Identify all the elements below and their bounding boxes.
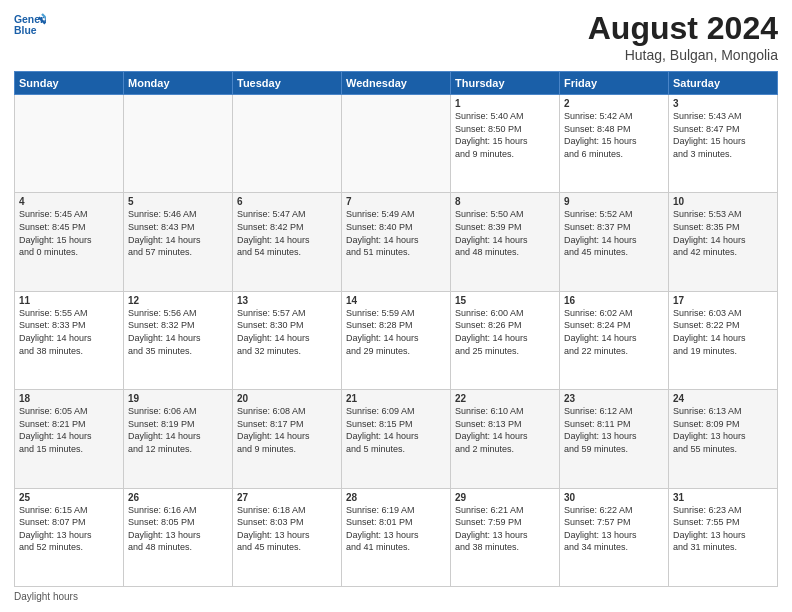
svg-text:Blue: Blue (14, 25, 37, 36)
day-number: 4 (19, 196, 119, 207)
day-number: 2 (564, 98, 664, 109)
day-info: Sunrise: 5:57 AM Sunset: 8:30 PM Dayligh… (237, 307, 337, 357)
col-sunday: Sunday (15, 72, 124, 95)
table-row: 13Sunrise: 5:57 AM Sunset: 8:30 PM Dayli… (233, 291, 342, 389)
day-number: 28 (346, 492, 446, 503)
col-thursday: Thursday (451, 72, 560, 95)
calendar-week-row: 11Sunrise: 5:55 AM Sunset: 8:33 PM Dayli… (15, 291, 778, 389)
day-info: Sunrise: 6:13 AM Sunset: 8:09 PM Dayligh… (673, 405, 773, 455)
table-row: 2Sunrise: 5:42 AM Sunset: 8:48 PM Daylig… (560, 95, 669, 193)
table-row: 11Sunrise: 5:55 AM Sunset: 8:33 PM Dayli… (15, 291, 124, 389)
day-number: 7 (346, 196, 446, 207)
day-info: Sunrise: 6:10 AM Sunset: 8:13 PM Dayligh… (455, 405, 555, 455)
day-number: 20 (237, 393, 337, 404)
day-info: Sunrise: 5:47 AM Sunset: 8:42 PM Dayligh… (237, 208, 337, 258)
col-friday: Friday (560, 72, 669, 95)
table-row: 23Sunrise: 6:12 AM Sunset: 8:11 PM Dayli… (560, 390, 669, 488)
header: General Blue August 2024 Hutag, Bulgan, … (14, 10, 778, 63)
table-row: 16Sunrise: 6:02 AM Sunset: 8:24 PM Dayli… (560, 291, 669, 389)
day-number: 21 (346, 393, 446, 404)
day-number: 30 (564, 492, 664, 503)
table-row: 18Sunrise: 6:05 AM Sunset: 8:21 PM Dayli… (15, 390, 124, 488)
table-row (342, 95, 451, 193)
location-subtitle: Hutag, Bulgan, Mongolia (588, 47, 778, 63)
logo: General Blue (14, 10, 46, 42)
table-row: 27Sunrise: 6:18 AM Sunset: 8:03 PM Dayli… (233, 488, 342, 586)
day-number: 10 (673, 196, 773, 207)
day-info: Sunrise: 5:49 AM Sunset: 8:40 PM Dayligh… (346, 208, 446, 258)
day-info: Sunrise: 5:55 AM Sunset: 8:33 PM Dayligh… (19, 307, 119, 357)
table-row: 24Sunrise: 6:13 AM Sunset: 8:09 PM Dayli… (669, 390, 778, 488)
table-row: 17Sunrise: 6:03 AM Sunset: 8:22 PM Dayli… (669, 291, 778, 389)
day-number: 31 (673, 492, 773, 503)
table-row: 10Sunrise: 5:53 AM Sunset: 8:35 PM Dayli… (669, 193, 778, 291)
day-number: 19 (128, 393, 228, 404)
col-monday: Monday (124, 72, 233, 95)
calendar-header-row: Sunday Monday Tuesday Wednesday Thursday… (15, 72, 778, 95)
day-info: Sunrise: 6:08 AM Sunset: 8:17 PM Dayligh… (237, 405, 337, 455)
day-number: 14 (346, 295, 446, 306)
day-number: 12 (128, 295, 228, 306)
calendar-table: Sunday Monday Tuesday Wednesday Thursday… (14, 71, 778, 587)
table-row: 8Sunrise: 5:50 AM Sunset: 8:39 PM Daylig… (451, 193, 560, 291)
day-info: Sunrise: 6:09 AM Sunset: 8:15 PM Dayligh… (346, 405, 446, 455)
day-number: 3 (673, 98, 773, 109)
table-row: 26Sunrise: 6:16 AM Sunset: 8:05 PM Dayli… (124, 488, 233, 586)
day-number: 8 (455, 196, 555, 207)
table-row: 12Sunrise: 5:56 AM Sunset: 8:32 PM Dayli… (124, 291, 233, 389)
generalblue-logo-icon: General Blue (14, 10, 46, 42)
table-row: 25Sunrise: 6:15 AM Sunset: 8:07 PM Dayli… (15, 488, 124, 586)
col-tuesday: Tuesday (233, 72, 342, 95)
day-info: Sunrise: 6:02 AM Sunset: 8:24 PM Dayligh… (564, 307, 664, 357)
day-info: Sunrise: 6:23 AM Sunset: 7:55 PM Dayligh… (673, 504, 773, 554)
col-saturday: Saturday (669, 72, 778, 95)
day-info: Sunrise: 5:40 AM Sunset: 8:50 PM Dayligh… (455, 110, 555, 160)
day-info: Sunrise: 6:21 AM Sunset: 7:59 PM Dayligh… (455, 504, 555, 554)
day-info: Sunrise: 6:16 AM Sunset: 8:05 PM Dayligh… (128, 504, 228, 554)
table-row: 9Sunrise: 5:52 AM Sunset: 8:37 PM Daylig… (560, 193, 669, 291)
calendar-week-row: 25Sunrise: 6:15 AM Sunset: 8:07 PM Dayli… (15, 488, 778, 586)
day-number: 11 (19, 295, 119, 306)
day-info: Sunrise: 6:00 AM Sunset: 8:26 PM Dayligh… (455, 307, 555, 357)
day-info: Sunrise: 5:56 AM Sunset: 8:32 PM Dayligh… (128, 307, 228, 357)
day-info: Sunrise: 5:46 AM Sunset: 8:43 PM Dayligh… (128, 208, 228, 258)
day-number: 27 (237, 492, 337, 503)
table-row (124, 95, 233, 193)
day-info: Sunrise: 6:19 AM Sunset: 8:01 PM Dayligh… (346, 504, 446, 554)
day-info: Sunrise: 6:06 AM Sunset: 8:19 PM Dayligh… (128, 405, 228, 455)
day-number: 25 (19, 492, 119, 503)
day-info: Sunrise: 6:18 AM Sunset: 8:03 PM Dayligh… (237, 504, 337, 554)
table-row: 28Sunrise: 6:19 AM Sunset: 8:01 PM Dayli… (342, 488, 451, 586)
table-row: 30Sunrise: 6:22 AM Sunset: 7:57 PM Dayli… (560, 488, 669, 586)
day-info: Sunrise: 6:15 AM Sunset: 8:07 PM Dayligh… (19, 504, 119, 554)
day-info: Sunrise: 5:53 AM Sunset: 8:35 PM Dayligh… (673, 208, 773, 258)
table-row: 21Sunrise: 6:09 AM Sunset: 8:15 PM Dayli… (342, 390, 451, 488)
day-number: 6 (237, 196, 337, 207)
table-row: 20Sunrise: 6:08 AM Sunset: 8:17 PM Dayli… (233, 390, 342, 488)
col-wednesday: Wednesday (342, 72, 451, 95)
table-row: 6Sunrise: 5:47 AM Sunset: 8:42 PM Daylig… (233, 193, 342, 291)
page: General Blue August 2024 Hutag, Bulgan, … (0, 0, 792, 612)
day-number: 5 (128, 196, 228, 207)
table-row (15, 95, 124, 193)
day-info: Sunrise: 5:59 AM Sunset: 8:28 PM Dayligh… (346, 307, 446, 357)
day-info: Sunrise: 5:52 AM Sunset: 8:37 PM Dayligh… (564, 208, 664, 258)
day-number: 18 (19, 393, 119, 404)
day-info: Sunrise: 5:43 AM Sunset: 8:47 PM Dayligh… (673, 110, 773, 160)
table-row: 22Sunrise: 6:10 AM Sunset: 8:13 PM Dayli… (451, 390, 560, 488)
table-row: 5Sunrise: 5:46 AM Sunset: 8:43 PM Daylig… (124, 193, 233, 291)
day-number: 13 (237, 295, 337, 306)
day-number: 24 (673, 393, 773, 404)
day-info: Sunrise: 6:22 AM Sunset: 7:57 PM Dayligh… (564, 504, 664, 554)
day-number: 26 (128, 492, 228, 503)
table-row: 15Sunrise: 6:00 AM Sunset: 8:26 PM Dayli… (451, 291, 560, 389)
day-info: Sunrise: 6:12 AM Sunset: 8:11 PM Dayligh… (564, 405, 664, 455)
table-row (233, 95, 342, 193)
table-row: 4Sunrise: 5:45 AM Sunset: 8:45 PM Daylig… (15, 193, 124, 291)
table-row: 29Sunrise: 6:21 AM Sunset: 7:59 PM Dayli… (451, 488, 560, 586)
day-number: 17 (673, 295, 773, 306)
day-number: 16 (564, 295, 664, 306)
day-number: 29 (455, 492, 555, 503)
daylight-hours-label: Daylight hours (14, 591, 78, 602)
table-row: 14Sunrise: 5:59 AM Sunset: 8:28 PM Dayli… (342, 291, 451, 389)
